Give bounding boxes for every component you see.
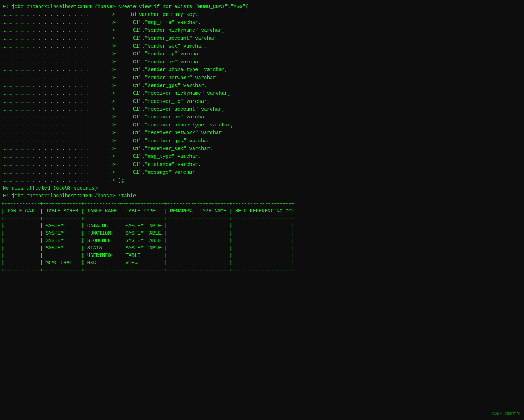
command-line-1: 0: jdbc:phoenix:localhost:2181:/hbase> c… (0, 3, 524, 11)
table-row: | | MOMO_CHAT | MSG | VIEW | | | | (1, 259, 523, 267)
field-sender-os: . . . . . . . . . . . . . . . . . . .> "… (0, 58, 524, 66)
table-header-separator: +------------+-------------+------------… (1, 215, 523, 222)
field-sender-phone-type: . . . . . . . . . . . . . . . . . . .> "… (0, 66, 524, 74)
table-row: | | SYSTEM | STATS | SYSTEM TABLE | | | … (1, 245, 523, 252)
field-receiver-ip: . . . . . . . . . . . . . . . . . . .> "… (0, 98, 524, 105)
field-id: . . . . . . . . . . . . . . . . . . .> i… (0, 11, 524, 18)
field-receiver-account: . . . . . . . . . . . . . . . . . . .> "… (0, 105, 524, 113)
field-sender-sex: . . . . . . . . . . . . . . . . . . .> "… (0, 42, 524, 50)
terminal-window: 0: jdbc:phoenix:localhost:2181:/hbase> c… (0, 0, 524, 277)
table-row: | | | USERINFO | TABLE | | | | (1, 252, 523, 259)
field-sender-nickyname: . . . . . . . . . . . . . . . . . . .> "… (0, 26, 524, 34)
field-msg-time: . . . . . . . . . . . . . . . . . . .> "… (0, 19, 524, 26)
table-section: +------------+-------------+------------… (0, 200, 524, 274)
field-msg-type: . . . . . . . . . . . . . . . . . . .> "… (0, 153, 524, 160)
table-row: | | SYSTEM | SEQUENCE | SYSTEM TABLE | |… (1, 237, 523, 245)
field-receiver-gps: . . . . . . . . . . . . . . . . . . .> "… (0, 137, 524, 145)
command-line-2: 0: jdbc:phoenix:localhost:2181:/hbase> !… (0, 192, 524, 200)
field-sender-network: . . . . . . . . . . . . . . . . . . .> "… (0, 74, 524, 82)
field-message: . . . . . . . . . . . . . . . . . . .> "… (0, 168, 524, 176)
field-receiver-sex: . . . . . . . . . . . . . . . . . . .> "… (0, 145, 524, 153)
watermark-text: CSDN_@it罗梦 (492, 410, 520, 416)
table-header-row: | TABLE_CAT | TABLE_SCHEM | TABLE_NAME |… (1, 208, 523, 215)
field-sender-gps: . . . . . . . . . . . . . . . . . . .> "… (0, 82, 524, 89)
field-receiver-os: . . . . . . . . . . . . . . . . . . .> "… (0, 113, 524, 121)
field-receiver-nickyname: . . . . . . . . . . . . . . . . . . .> "… (0, 89, 524, 97)
status-line: No rows affected (6.698 seconds) (0, 184, 524, 192)
field-distance: . . . . . . . . . . . . . . . . . . .> "… (0, 161, 524, 168)
table-bottom-border: +------------+-------------+------------… (1, 267, 523, 274)
field-receiver-network: . . . . . . . . . . . . . . . . . . .> "… (0, 129, 524, 137)
table-top-border: +------------+-------------+------------… (1, 200, 523, 208)
field-sender-account: . . . . . . . . . . . . . . . . . . .> "… (0, 35, 524, 42)
field-sender-ip: . . . . . . . . . . . . . . . . . . .> "… (0, 50, 524, 58)
closing-paren: . . . . . . . . . . . . . . . . . . .> )… (0, 177, 524, 184)
table-row: | | SYSTEM | CATALOG | SYSTEM TABLE | | … (1, 222, 523, 230)
table-row: | | SYSTEM | FUNCTION | SYSTEM TABLE | |… (1, 230, 523, 237)
field-receiver-phone-type: . . . . . . . . . . . . . . . . . . .> "… (0, 121, 524, 129)
